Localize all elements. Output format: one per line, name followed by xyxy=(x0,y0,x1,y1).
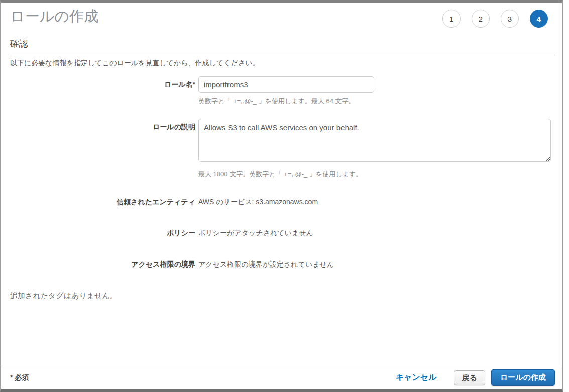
review-description: 以下に必要な情報を指定してこのロールを見直してから、作成してください。 xyxy=(10,59,555,68)
role-description-row: ロールの説明 Allows S3 to call AWS services on… xyxy=(10,119,555,179)
section-divider xyxy=(10,55,555,55)
tags-note: 追加されたタグはありません。 xyxy=(10,291,555,301)
role-description-label: ロールの説明 xyxy=(10,119,195,132)
trusted-entities-label: 信頼されたエンティティ xyxy=(10,198,195,207)
role-name-row: ロール名* 英数字と「 +=,.@-_ 」を使用します。最大 64 文字。 xyxy=(10,76,555,106)
step-4-indicator[interactable]: 4 xyxy=(530,10,548,28)
permissions-boundary-row: アクセス権限の境界 アクセス権限の境界が設定されていません xyxy=(10,260,555,269)
main-content: ロールの作成 1 2 3 4 確認 以下に必要な情報を指定してこのロールを見直し… xyxy=(1,3,562,366)
window-frame: ロールの作成 1 2 3 4 確認 以下に必要な情報を指定してこのロールを見直し… xyxy=(0,0,563,392)
permissions-boundary-label: アクセス権限の境界 xyxy=(10,260,195,269)
wizard-step-indicator: 1 2 3 4 xyxy=(431,10,548,28)
policies-label: ポリシー xyxy=(10,229,195,238)
policies-value: ポリシーがアタッチされていません xyxy=(198,229,555,238)
review-form: ロール名* 英数字と「 +=,.@-_ 」を使用します。最大 64 文字。 ロー… xyxy=(10,76,555,269)
step-1-indicator[interactable]: 1 xyxy=(442,10,461,28)
page-title: ロールの作成 xyxy=(10,8,98,25)
policies-row: ポリシー ポリシーがアタッチされていません xyxy=(10,229,555,238)
role-name-input[interactable] xyxy=(198,76,374,93)
back-button[interactable]: 戻る xyxy=(454,370,485,385)
footer-bar: * 必須 キャンセル 戻る ロールの作成 xyxy=(1,366,562,389)
role-name-label: ロール名* xyxy=(10,76,195,89)
page-header: ロールの作成 1 2 3 4 xyxy=(10,8,555,28)
role-description-helper: 最大 1000 文字。英数字と「 +=,.@-_ 」を使用します。 xyxy=(198,170,555,179)
trusted-entities-value: AWS のサービス: s3.amazonaws.com xyxy=(198,198,555,207)
role-name-helper: 英数字と「 +=,.@-_ 」を使用します。最大 64 文字。 xyxy=(198,97,555,106)
cancel-link[interactable]: キャンセル xyxy=(396,372,437,383)
permissions-boundary-value: アクセス権限の境界が設定されていません xyxy=(198,260,555,269)
step-3-indicator[interactable]: 3 xyxy=(501,10,519,28)
create-role-button[interactable]: ロールの作成 xyxy=(491,369,555,386)
trusted-entities-row: 信頼されたエンティティ AWS のサービス: s3.amazonaws.com xyxy=(10,198,555,207)
section-heading: 確認 xyxy=(10,38,555,50)
required-note: * 必須 xyxy=(10,373,29,382)
step-2-indicator[interactable]: 2 xyxy=(472,10,490,28)
role-description-textarea[interactable]: Allows S3 to call AWS services on your b… xyxy=(198,119,551,162)
